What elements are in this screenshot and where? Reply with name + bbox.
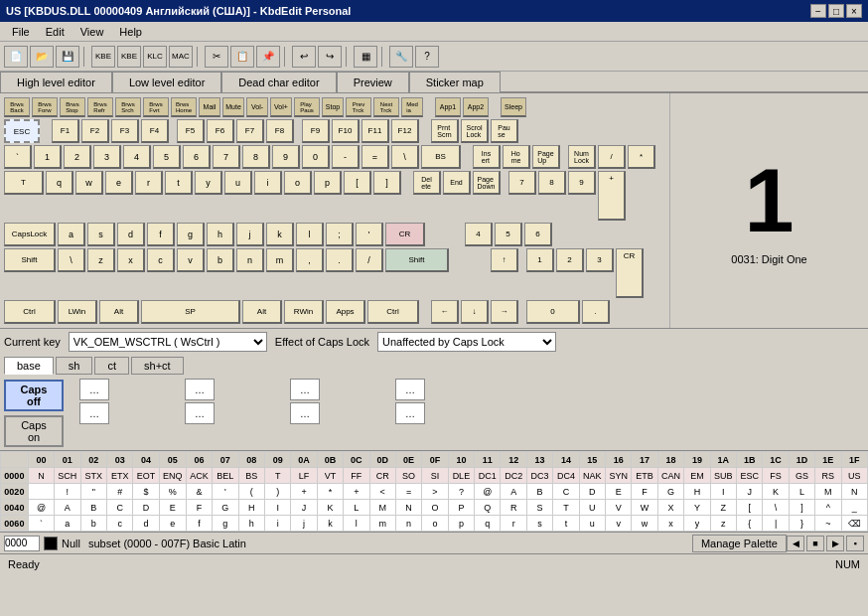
key-ralt[interactable]: Alt	[242, 300, 282, 324]
key-brws-fvrt[interactable]: BrwsFvrt	[143, 97, 169, 117]
key-space[interactable]: SP	[141, 300, 240, 324]
charmap-cell-0060-26[interactable]: z	[710, 516, 736, 532]
charmap-cell-0020-16[interactable]: ?	[448, 484, 474, 500]
key-b[interactable]: b	[207, 248, 234, 272]
key-num6[interactable]: 6	[524, 223, 552, 246]
charmap-cell-0040-19[interactable]: S	[526, 500, 552, 516]
charmap-cell-0060-8[interactable]: h	[238, 516, 264, 532]
base-capsoff-value[interactable]: …	[79, 379, 109, 400]
klc-button[interactable]: KLC	[143, 46, 167, 68]
charmap-cell-0060-29[interactable]: }	[789, 516, 814, 532]
charmap-cell-0060-0[interactable]: `	[28, 516, 54, 532]
key-lbracket[interactable]: [	[344, 171, 371, 195]
key-f11[interactable]: F11	[362, 119, 389, 143]
key-num-slash[interactable]: /	[598, 145, 626, 169]
charmap-cell-0060-2[interactable]: b	[80, 516, 106, 532]
kbe1-button[interactable]: KBE	[91, 46, 115, 68]
key-lwin[interactable]: LWin	[58, 300, 97, 324]
charmap-cell-0040-2[interactable]: B	[80, 500, 106, 516]
key-numlock[interactable]: NumLock	[568, 145, 596, 169]
key-sleep[interactable]: Sleep	[501, 97, 526, 117]
charmap-cell-0040-26[interactable]: Z	[710, 500, 736, 516]
key-scrlk[interactable]: ScrolLock	[461, 119, 489, 143]
key-end[interactable]: End	[443, 171, 471, 195]
key-t[interactable]: t	[165, 171, 193, 195]
charmap-cell-0000-16[interactable]: DLE	[448, 468, 474, 484]
charmap-cell-0020-27[interactable]: J	[737, 484, 763, 500]
key-semicolon[interactable]: ;	[326, 223, 354, 246]
charmap-cell-0040-20[interactable]: T	[553, 500, 579, 516]
sh-capson-value[interactable]: …	[185, 402, 215, 424]
charmap-cell-0020-11[interactable]: *	[317, 484, 343, 500]
charmap-cell-0060-7[interactable]: g	[213, 516, 238, 532]
key-x[interactable]: x	[117, 248, 145, 272]
nav-prev-button[interactable]: ◀	[787, 536, 804, 551]
charmap-cell-0020-10[interactable]: +	[291, 484, 317, 500]
charmap-cell-0040-22[interactable]: V	[606, 500, 632, 516]
charmap-cell-0040-12[interactable]: L	[344, 500, 369, 516]
key-f12[interactable]: F12	[391, 119, 419, 143]
charmap-cell-0000-14[interactable]: SO	[395, 468, 421, 484]
key-g[interactable]: g	[177, 223, 205, 246]
key-f8[interactable]: F8	[266, 119, 294, 143]
key-num3[interactable]: 3	[586, 248, 614, 272]
charmap-cell-0000-12[interactable]: FF	[344, 468, 369, 484]
key-v[interactable]: v	[177, 248, 205, 272]
menu-help[interactable]: Help	[111, 26, 150, 38]
base-capson-value[interactable]: …	[79, 402, 109, 424]
charmap-cell-0020-12[interactable]: +	[344, 484, 369, 500]
key-brws-home[interactable]: BrwsHome	[171, 97, 197, 117]
charmap-cell-0060-22[interactable]: v	[606, 516, 632, 532]
charmap-cell-0000-11[interactable]: VT	[317, 468, 343, 484]
charmap-cell-0000-9[interactable]: T	[264, 468, 290, 484]
key-rwin[interactable]: RWin	[284, 300, 324, 324]
charmap-cell-0040-8[interactable]: H	[238, 500, 264, 516]
key-num-enter[interactable]: CR	[616, 248, 644, 298]
manage-palette-button[interactable]: Manage Palette	[692, 535, 787, 552]
charmap-cell-0040-4[interactable]: D	[133, 500, 159, 516]
save-button[interactable]: 💾	[56, 46, 79, 68]
charmap-cell-0000-17[interactable]: DC1	[475, 468, 501, 484]
close-button[interactable]: ×	[846, 4, 862, 18]
charmap-cell-0040-9[interactable]: I	[264, 500, 290, 516]
key-backtick[interactable]: `	[4, 145, 32, 169]
charmap-cell-0040-5[interactable]: E	[159, 500, 186, 516]
key-d[interactable]: d	[117, 223, 145, 246]
nav-next-button[interactable]: ▶	[826, 536, 844, 551]
charmap-cell-0020-21[interactable]: D	[579, 484, 605, 500]
charmap-cell-0000-23[interactable]: ETB	[632, 468, 657, 484]
charmap-cell-0000-15[interactable]: SI	[422, 468, 448, 484]
nav-stop-button[interactable]: ■	[806, 536, 824, 551]
charmap-cell-0020-24[interactable]: G	[657, 484, 683, 500]
help-button[interactable]: ?	[415, 46, 439, 68]
redo-button[interactable]: ↪	[318, 46, 342, 68]
charmap-cell-0060-9[interactable]: i	[264, 516, 290, 532]
key-5[interactable]: 5	[153, 145, 181, 169]
key-num-plus[interactable]: +	[598, 171, 626, 221]
charmap-cell-0040-21[interactable]: U	[579, 500, 605, 516]
charmap-cell-0040-29[interactable]: ]	[789, 500, 814, 516]
copy-button[interactable]: 📋	[230, 46, 254, 68]
tab-sticker-map[interactable]: Sticker map	[409, 72, 501, 92]
charmap-cell-0060-13[interactable]: m	[369, 516, 395, 532]
mod-tab-base[interactable]: base	[4, 357, 54, 375]
key-pause[interactable]: Pause	[491, 119, 518, 143]
charmap-cell-0040-30[interactable]: ^	[815, 500, 841, 516]
key-f5[interactable]: F5	[177, 119, 205, 143]
charmap-cell-0020-15[interactable]: >	[422, 484, 448, 500]
key-enter[interactable]: CR	[385, 223, 425, 246]
charmap-cell-0060-31[interactable]: ⌫	[841, 516, 867, 532]
menu-file[interactable]: File	[4, 26, 38, 38]
shct-capson-value[interactable]: …	[395, 402, 425, 424]
charmap-cell-0000-8[interactable]: BS	[238, 468, 264, 484]
caps-lock-select[interactable]: Unaffected by Caps Lock	[377, 332, 556, 352]
charmap-cell-0060-25[interactable]: y	[684, 516, 710, 532]
key-lctrl[interactable]: Ctrl	[4, 300, 56, 324]
key-rctrl[interactable]: Ctrl	[367, 300, 419, 324]
charmap-cell-0060-1[interactable]: a	[55, 516, 80, 532]
key-num8[interactable]: 8	[538, 171, 566, 195]
key-f9[interactable]: F9	[302, 119, 330, 143]
key-s[interactable]: s	[87, 223, 115, 246]
key-102[interactable]: \	[58, 248, 85, 272]
key-arrow-down[interactable]: ↓	[461, 300, 489, 324]
